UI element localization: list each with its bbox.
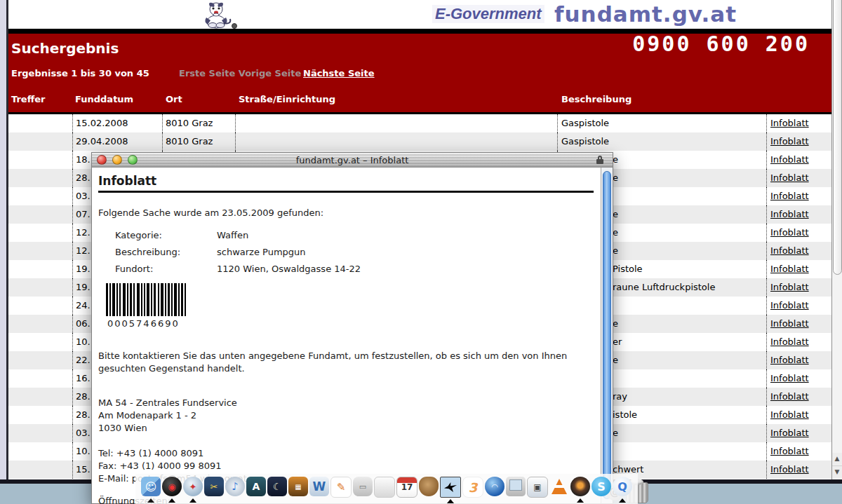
browser-vertical-scrollbar[interactable]: ▲ ▼ <box>831 0 842 481</box>
scroll-down-arrow-icon[interactable]: ▼ <box>832 465 842 478</box>
found-intro-text: Folgende Sache wurde am 23.05.2009 gefun… <box>98 207 323 218</box>
cell-treffer <box>8 442 72 461</box>
screen: E-Government fundamt.gv.at 0900 600 200 … <box>0 0 842 504</box>
cell-treffer <box>8 315 72 333</box>
window-left-border <box>0 0 8 481</box>
cell-infoblatt: Infoblatt <box>766 260 831 278</box>
finder-icon[interactable]: ☺ <box>141 477 161 496</box>
infoblatt-link[interactable]: Infoblatt <box>770 209 809 219</box>
popup-vertical-scrollbar[interactable] <box>601 168 613 503</box>
cell-infoblatt: Infoblatt <box>766 132 831 151</box>
cell-treffer <box>8 260 72 278</box>
infoblatt-link[interactable]: Infoblatt <box>770 227 809 238</box>
infoblatt-link[interactable]: Infoblatt <box>770 318 809 329</box>
infoblatt-link[interactable]: Infoblatt <box>770 264 809 274</box>
popup-title-bar[interactable]: fundamt.gv.at – Infoblatt <box>92 153 613 168</box>
cell-infoblatt: Infoblatt <box>766 169 831 187</box>
vlc-icon[interactable] <box>549 477 569 496</box>
cell-infoblatt: Infoblatt <box>766 224 831 242</box>
bird-silhouette <box>444 482 457 492</box>
office-fax: Fax: +43 (1) 4000 99 8091 <box>98 461 222 471</box>
popup-body: Infoblatt Folgende Sache wurde am 23.05.… <box>92 168 601 503</box>
infoblatt-link[interactable]: Infoblatt <box>770 154 809 165</box>
cell-ort: 8010 Graz <box>162 114 235 132</box>
cell-treffer <box>8 369 72 388</box>
photo-app-icon[interactable]: ▦ <box>288 477 308 496</box>
pagination-next-link[interactable]: Nächste Seite <box>303 68 375 79</box>
infoblatt-popup-window: fundamt.gv.at – Infoblatt Infoblatt Folg… <box>91 152 613 504</box>
quicktime-icon[interactable]: Q <box>613 477 632 496</box>
three-icon[interactable]: 3 <box>462 477 483 498</box>
safari-icon[interactable]: ✦ <box>183 477 203 496</box>
table-row: 29.04.20088010 GrazGaspistoleInfoblatt <box>8 132 832 151</box>
lens-app-icon[interactable] <box>570 477 590 496</box>
ical-icon[interactable]: 17 <box>396 477 417 498</box>
cell-treffer <box>8 132 72 151</box>
egovernment-logo-text: E-Government <box>432 5 544 23</box>
cell-treffer <box>8 461 72 479</box>
column-header-ort: Ort <box>166 94 182 104</box>
search-result-header: 0900 600 200 Suchergebnis Ergebnisse 1 b… <box>8 34 832 114</box>
infoblatt-link[interactable]: Infoblatt <box>770 118 809 128</box>
feather-app-icon[interactable]: ✎ <box>330 477 352 498</box>
fundort-value: 1120 Wien, Oswaldgasse 14-22 <box>217 264 361 274</box>
kangaroo-icon[interactable] <box>419 477 439 496</box>
cell-infoblatt: Infoblatt <box>766 242 831 260</box>
column-header-funddatum: Funddatum <box>75 94 133 104</box>
cell-infoblatt: Infoblatt <box>766 424 831 442</box>
infoblatt-link[interactable]: Infoblatt <box>770 136 809 147</box>
cell-treffer <box>8 187 72 205</box>
infoblatt-link[interactable]: Infoblatt <box>770 336 809 347</box>
infoblatt-link[interactable]: Infoblatt <box>770 464 809 475</box>
dog-mascot-icon <box>192 1 244 29</box>
dictionary-icon[interactable]: A <box>246 477 266 496</box>
fundamt-logo-text: fundamt.gv.at <box>554 1 737 27</box>
cell-infoblatt: Infoblatt <box>766 442 831 461</box>
imovie-icon[interactable]: ✂ <box>204 477 224 496</box>
word-icon[interactable]: W <box>309 477 329 496</box>
skype-icon[interactable]: S <box>592 477 611 496</box>
infoblatt-link[interactable]: Infoblatt <box>770 409 809 420</box>
cell-treffer <box>8 406 72 424</box>
infoblatt-link[interactable]: Infoblatt <box>770 191 809 201</box>
beschreibung-label: Beschreibung: <box>115 247 180 257</box>
cell-treffer <box>8 242 72 260</box>
pda-icon[interactable] <box>506 477 526 496</box>
cell-funddatum: 15.02.2008 <box>72 114 162 132</box>
bird-app-icon[interactable] <box>440 477 461 498</box>
cell-infoblatt: Infoblatt <box>766 151 831 169</box>
infoblatt-link[interactable]: Infoblatt <box>770 391 809 402</box>
cell-infoblatt: Infoblatt <box>766 205 831 224</box>
scrollbar-thumb[interactable] <box>833 0 842 275</box>
fundort-label: Fundort: <box>115 264 153 274</box>
heading-underline <box>98 191 594 193</box>
infoblatt-link[interactable]: Infoblatt <box>770 300 809 311</box>
infoblatt-link[interactable]: Infoblatt <box>770 245 809 256</box>
infoblatt-link[interactable]: Infoblatt <box>770 282 809 292</box>
dock: ☺◉✦✂♪A☾▦W✎▭173◠▣SQ <box>135 474 638 504</box>
cell-infoblatt: Infoblatt <box>766 278 831 297</box>
beschreibung-value: schwarze Pumpgun <box>217 247 306 257</box>
infoblatt-link[interactable]: Infoblatt <box>770 428 809 438</box>
infoblatt-link[interactable]: Infoblatt <box>770 446 809 456</box>
moon-app-icon[interactable]: ☾ <box>267 477 287 496</box>
photos-stack-icon[interactable]: ▣ <box>527 477 548 498</box>
google-earth-icon[interactable]: ◠ <box>485 477 504 496</box>
scroll-up-arrow-icon[interactable]: ▲ <box>832 453 842 465</box>
toaster-icon[interactable]: ▭ <box>353 477 373 496</box>
itunes-icon[interactable]: ♪ <box>225 477 245 496</box>
dashboard-icon[interactable]: ◉ <box>162 477 182 496</box>
popup-scrollbar-thumb[interactable] <box>603 171 611 499</box>
infoblatt-link[interactable]: Infoblatt <box>770 373 809 383</box>
cell-treffer <box>8 278 72 297</box>
pagination-disabled-links: Erste Seite Vorige Seite <box>179 68 301 79</box>
table-row: 15.02.20088010 GrazGaspistoleInfoblatt <box>8 114 832 132</box>
kategorie-label: Kategorie: <box>115 230 162 240</box>
cell-ort: 8010 Graz <box>162 132 235 151</box>
apple-box-icon[interactable] <box>374 477 395 498</box>
cell-infoblatt: Infoblatt <box>766 388 831 406</box>
infoblatt-link[interactable]: Infoblatt <box>770 172 809 183</box>
cell-infoblatt: Infoblatt <box>766 297 831 315</box>
infoblatt-link[interactable]: Infoblatt <box>770 355 809 365</box>
contact-note: Bitte kontaktieren Sie das unten angegeb… <box>98 350 593 375</box>
